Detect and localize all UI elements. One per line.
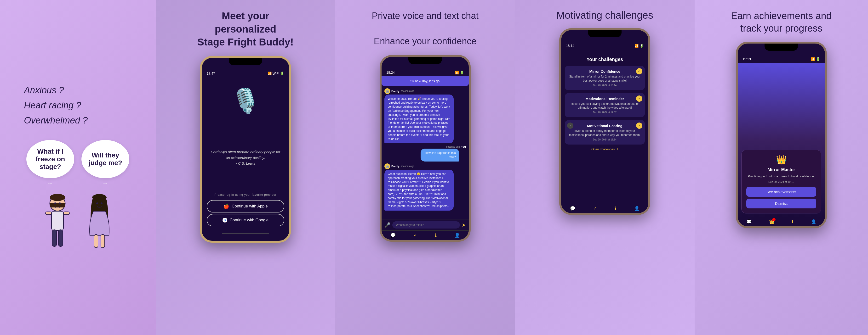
svg-point-1: [50, 194, 65, 201]
challenges-tab-check[interactable]: ✓: [593, 206, 597, 211]
user-meta: seconds ago You: [421, 145, 466, 148]
achievement-desc: Practicing in front of a mirror to build…: [746, 174, 816, 178]
achievements-tab-profile[interactable]: 👤: [811, 219, 816, 225]
thought-bubble-judge: Will they judge me?: [82, 140, 129, 178]
challenges-tab-chat[interactable]: 💬: [570, 206, 575, 211]
challenge-motivational-reminder: ✓ Motivational Reminder Record yourself …: [565, 93, 645, 118]
chat-header-banner: Ok new day, let's go!: [381, 76, 469, 86]
challenge-date-1: Dec 20, 2024 at 18:14: [568, 84, 641, 87]
achievements-tab-chat[interactable]: 💬: [746, 219, 752, 225]
challenges-tab-profile[interactable]: 👤: [634, 206, 640, 211]
section2-title: Meet your personalized Stage Fright Budd…: [197, 9, 293, 49]
thought-bubble-freeze: What if I freeze on stage?: [26, 140, 74, 178]
chat-phone-notch: [408, 57, 442, 64]
challenge-desc-3: Invite a friend or family member to list…: [568, 129, 641, 137]
chat-placeholder: What's on your mind?: [396, 223, 424, 227]
achievements-tab-trophy[interactable]: 👑 1: [769, 219, 774, 225]
tab-chat[interactable]: 💬: [391, 233, 396, 238]
message-user-1: seconds ago You How can I approach this …: [421, 145, 466, 162]
section4-heading: Motivating challenges: [556, 9, 653, 21]
tab-info[interactable]: ℹ: [435, 233, 437, 238]
buddy-message-bubble-2: Great question, Beren 😊 Here's how you c…: [384, 170, 454, 210]
achievements-status-icons: 📶 🔋: [811, 57, 820, 61]
message-buddy-1: 🤖 Buddy seconds ago Welcome back, Beren!…: [384, 88, 466, 143]
user-time: seconds ago: [446, 145, 460, 148]
phone-screen-buddy: 17:47 📶 WiFi 🔋 🎙️ Hardships often prepar…: [202, 69, 289, 241]
challenges-phone-tabs: 💬 ✓ ℹ 👤: [561, 204, 648, 213]
you-label: You: [461, 145, 466, 148]
microphone-emoji: 🎙️: [231, 87, 260, 115]
challenges-header: Your challenges: [565, 57, 645, 62]
done-badge-2: ✓: [636, 96, 642, 102]
section-achievements: Earn achievements and track your progres…: [694, 0, 868, 335]
quote-container: Hardships often prepare ordinary people …: [207, 149, 284, 166]
achievements-phone-screen: 19:19 📶 🔋 👑 Mirror Master Practicing in …: [738, 54, 825, 226]
chat-input-field[interactable]: What's on your mind?: [392, 221, 460, 229]
section5-title: Earn achievements and track your progres…: [731, 9, 832, 34]
chat-phone-tabs: 💬 ✓ ℹ 👤: [381, 230, 469, 240]
buddy-message-bubble-1: Welcome back, Beren! 🎉 I hope you're fee…: [384, 95, 454, 143]
challenge-desc-1: Stand in front of a mirror for 2 minutes…: [568, 75, 641, 83]
achievements-phone-notch: [765, 43, 798, 51]
chat-phone-mockup: 18:24 📶 🔋 Ok new day, let's go! 🤖 Buddy …: [380, 55, 471, 242]
done-badge-3: ✓: [636, 123, 642, 129]
challenge-title-2: Motivational Reminder: [568, 97, 641, 101]
message-meta-2: 🤖 Buddy seconds ago: [384, 163, 466, 169]
achievements-screen-bg: 👑 Mirror Master Practicing in front of a…: [738, 63, 825, 217]
chat-status-bar: 18:24 📶 🔋: [381, 68, 469, 76]
google-signin-button[interactable]: G Continue with Google: [207, 214, 284, 226]
done-badge-1: ✓: [636, 68, 642, 74]
chat-header-text: Ok new day, let's go!: [410, 79, 440, 83]
svg-rect-7: [58, 230, 63, 246]
open-challenges-count: Open challenges: 1: [565, 147, 645, 151]
user-message-text: How can I approach this task?: [425, 151, 456, 159]
question-3: Overwhelmed ?: [24, 115, 146, 126]
phone-notch: [229, 58, 262, 65]
challenge-title-3: Motivational Sharing: [568, 124, 641, 128]
apple-signin-button[interactable]: 🍎 Continue with Apple: [207, 200, 284, 212]
section-stage-fright-buddy: Meet your personalized Stage Fright Budd…: [156, 0, 335, 335]
svg-rect-5: [63, 212, 69, 215]
chat-input-bar: 🎤 What's on your mind? ➤: [381, 219, 469, 230]
section-anxious: Anxious ? Heart racing ? Overwhelmed ? W…: [0, 0, 156, 335]
challenge-title-1: Mirror Confidence: [568, 69, 641, 73]
character-male: [41, 193, 74, 250]
microphone-button[interactable]: 🎤: [384, 222, 391, 228]
section2-heading: Meet your personalized Stage Fright Budd…: [197, 9, 293, 49]
buddy-message-text-2: Great question, Beren 😊 Here's how you c…: [388, 172, 450, 208]
section3-title: Private voice and text chat Enhance your…: [372, 9, 478, 48]
divider-line: [222, 229, 269, 234]
svg-point-15: [101, 202, 102, 204]
buddy-label-2: Buddy: [391, 165, 400, 168]
achievement-popup: 👑 Mirror Master Practicing in front of a…: [741, 150, 821, 213]
chat-phone-screen: 18:24 📶 🔋 Ok new day, let's go! 🤖 Buddy …: [381, 68, 469, 240]
achievements-tab-info[interactable]: ℹ: [792, 219, 794, 225]
dismiss-button[interactable]: Dismiss: [746, 199, 816, 208]
quote-text: Hardships often prepare ordinary people …: [209, 149, 282, 166]
challenges-content: Your challenges ✓ Mirror Confidence Stan…: [561, 49, 648, 204]
challenge-mirror-confidence: ✓ Mirror Confidence Stand in front of a …: [565, 66, 645, 90]
section3-heading: Private voice and text chat Enhance your…: [372, 9, 478, 48]
tab-check[interactable]: ✓: [414, 233, 417, 238]
achievements-phone-tabs: 💬 👑 1 ℹ 👤: [738, 217, 825, 226]
svg-rect-3: [52, 211, 63, 230]
achievements-phone-mockup: 19:19 📶 🔋 👑 Mirror Master Practicing in …: [736, 42, 827, 228]
see-achievements-button[interactable]: See achievements: [746, 187, 816, 197]
achievement-date: Dec 20, 2024 at 19:19: [746, 180, 816, 183]
thought-bubbles-container: What if I freeze on stage? Will they jud…: [26, 140, 129, 178]
svg-rect-4: [45, 212, 52, 215]
challenges-time: 18:14: [566, 44, 575, 47]
send-button[interactable]: ➤: [462, 222, 466, 228]
challenges-tab-info[interactable]: ℹ: [615, 206, 616, 211]
section-chat: Private voice and text chat Enhance your…: [335, 0, 515, 335]
tab-profile[interactable]: 👤: [455, 233, 460, 238]
challenge-date-3: Dec 20, 2024 at 18:14: [568, 138, 641, 141]
challenge-desc-2: Record yourself saying a short motivatio…: [568, 102, 641, 110]
question-1: Anxious ?: [24, 85, 146, 96]
question-2: Heart racing ?: [24, 100, 146, 110]
chat-time: 18:24: [386, 71, 395, 74]
achievement-badge: 1: [772, 218, 776, 221]
section4-title: Motivating challenges: [556, 9, 653, 21]
user-message-bubble: How can I approach this task?: [421, 148, 459, 162]
apple-icon: 🍎: [223, 203, 229, 209]
